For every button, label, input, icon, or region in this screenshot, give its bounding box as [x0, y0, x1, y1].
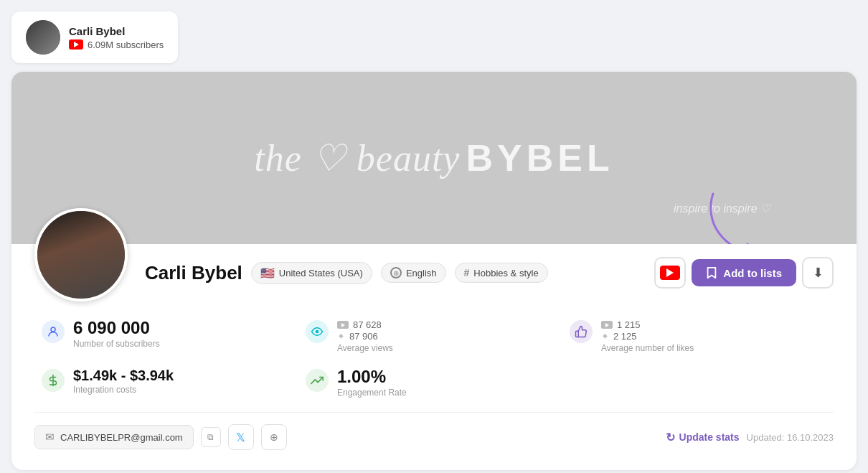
stats-grid: 6 090 000 Number of subscribers 87 628 [34, 319, 834, 398]
views-avg-value: 87 906 [349, 331, 378, 342]
stat-views: 87 628 ✦ 87 906 Average views [306, 319, 570, 353]
profile-name: Carli Bybel [145, 262, 242, 284]
update-stats-row: ↻ Update stats Updated: 16.10.2023 [666, 431, 834, 444]
add-to-lists-button[interactable]: Add to lists [692, 259, 796, 286]
subscribers-icon-circle [42, 320, 65, 343]
profile-banner: the ♡ beauty BYBEL inspire to inspire ♡ [11, 72, 857, 244]
website-button[interactable]: ⊕ [261, 424, 287, 450]
email-icon: ✉ [45, 431, 55, 444]
language-label: English [406, 268, 437, 278]
profile-avatar [34, 208, 128, 301]
views-yt-value: 87 628 [353, 319, 382, 330]
category-label: Hobbies & style [473, 268, 538, 278]
email-address: CARLIBYBELPR@gmail.com [60, 432, 183, 443]
views-yt-row: 87 628 [337, 319, 393, 330]
add-to-lists-label: Add to lists [723, 267, 782, 279]
stat-likes: 1 215 ✦ 2 125 Average number of likes [570, 319, 834, 353]
likes-avg-row: ✦ 2 125 [601, 331, 694, 342]
views-icon-circle [306, 320, 329, 343]
thumbsup-icon [575, 325, 588, 338]
views-label: Average views [337, 343, 393, 353]
top-avatar-image [26, 20, 60, 55]
country-label: United States (USA) [279, 268, 363, 278]
link-icon: ⊕ [270, 431, 278, 443]
refresh-icon: ↻ [666, 431, 675, 444]
engagement-value: 1.00% [337, 367, 407, 386]
email-badge: ✉ CARLIBYBELPR@gmail.com [34, 425, 194, 449]
profile-card: the ♡ beauty BYBEL inspire to inspire ♡ … [11, 72, 857, 470]
youtube-icon-small [69, 39, 83, 50]
twitter-icon: 𝕏 [236, 431, 245, 444]
stat-subscribers: 6 090 000 Number of subscribers [42, 319, 306, 353]
category-badge[interactable]: # Hobbies & style [455, 263, 548, 283]
dollar-icon [47, 374, 60, 387]
banner-text-italic: the ♡ beauty [254, 136, 460, 179]
bottom-row: ✉ CARLIBYBELPR@gmail.com ⧉ 𝕏 ⊕ ↻ Update … [34, 412, 834, 450]
engagement-values: 1.00% Engagement Rate [337, 367, 407, 398]
update-stats-button[interactable]: ↻ Update stats [666, 431, 740, 444]
cost-values: $1.49k - $3.94k Integration costs [73, 367, 174, 395]
contact-items: ✉ CARLIBYBELPR@gmail.com ⧉ 𝕏 ⊕ [34, 424, 287, 450]
svg-point-1 [316, 330, 319, 334]
top-subs-row: 6.09M subscribers [69, 39, 164, 50]
download-button[interactable]: ⬇ [802, 257, 834, 289]
language-badge[interactable]: ⊕ English [381, 263, 446, 283]
cost-value: $1.49k - $3.94k [73, 367, 174, 383]
flag-icon: 🇺🇸 [260, 266, 275, 280]
eye-icon [311, 325, 324, 338]
update-stats-label: Update stats [679, 431, 740, 443]
views-avg-icon: ✦ [337, 331, 345, 342]
twitter-button[interactable]: 𝕏 [228, 424, 254, 450]
profile-content: Carli Bybel 🇺🇸 United States (USA) ⊕ Eng… [11, 244, 857, 470]
likes-label: Average number of likes [601, 343, 694, 353]
likes-values: 1 215 ✦ 2 125 Average number of likes [601, 319, 694, 353]
profile-name-row: Carli Bybel 🇺🇸 United States (USA) ⊕ Eng… [145, 257, 834, 289]
youtube-icon [660, 266, 680, 280]
likes-yt-value: 1 215 [617, 319, 641, 330]
profile-header: Carli Bybel 🇺🇸 United States (USA) ⊕ Eng… [34, 244, 834, 301]
cost-icon-circle [42, 369, 65, 392]
updated-timestamp: Updated: 16.10.2023 [747, 432, 834, 443]
likes-icon-circle [570, 320, 593, 343]
arrow-annotation [706, 187, 756, 244]
subscribers-value: 6 090 000 [73, 319, 160, 337]
top-subscribers: 6.09M subscribers [88, 39, 164, 50]
download-icon: ⬇ [813, 265, 824, 281]
top-info: Carli Bybel 6.09M subscribers [69, 25, 164, 50]
copy-icon: ⧉ [207, 432, 214, 442]
views-values: 87 628 ✦ 87 906 Average views [337, 319, 393, 353]
likes-yt-row: 1 215 [601, 319, 694, 330]
top-channel-name: Carli Bybel [69, 25, 164, 37]
bookmark-icon [706, 266, 717, 279]
youtube-button[interactable] [654, 257, 686, 289]
top-header-card: Carli Bybel 6.09M subscribers [11, 11, 178, 63]
subscribers-values: 6 090 000 Number of subscribers [73, 319, 160, 349]
globe-icon: ⊕ [390, 267, 402, 278]
person-icon [47, 325, 60, 338]
hashtag-icon: # [464, 267, 470, 278]
copy-email-button[interactable]: ⧉ [201, 427, 221, 447]
top-avatar [26, 20, 60, 55]
svg-point-0 [51, 327, 55, 332]
views-yt-icon [337, 321, 349, 329]
actions-row: Add to lists ⬇ [654, 257, 834, 289]
views-avg-row: ✦ 87 906 [337, 331, 393, 342]
stat-engagement: 1.00% Engagement Rate [306, 367, 570, 398]
banner-brand: BYBEL [466, 136, 613, 179]
likes-avg-icon: ✦ [601, 331, 609, 342]
profile-avatar-image [37, 211, 125, 299]
engagement-icon-circle [306, 369, 329, 392]
cost-label: Integration costs [73, 385, 174, 395]
engagement-label: Engagement Rate [337, 388, 407, 398]
likes-yt-icon [601, 321, 613, 329]
trending-icon [311, 374, 324, 387]
country-badge[interactable]: 🇺🇸 United States (USA) [251, 262, 372, 284]
likes-avg-value: 2 125 [613, 331, 637, 342]
subscribers-label: Number of subscribers [73, 339, 160, 349]
stat-cost: $1.49k - $3.94k Integration costs [42, 367, 306, 398]
